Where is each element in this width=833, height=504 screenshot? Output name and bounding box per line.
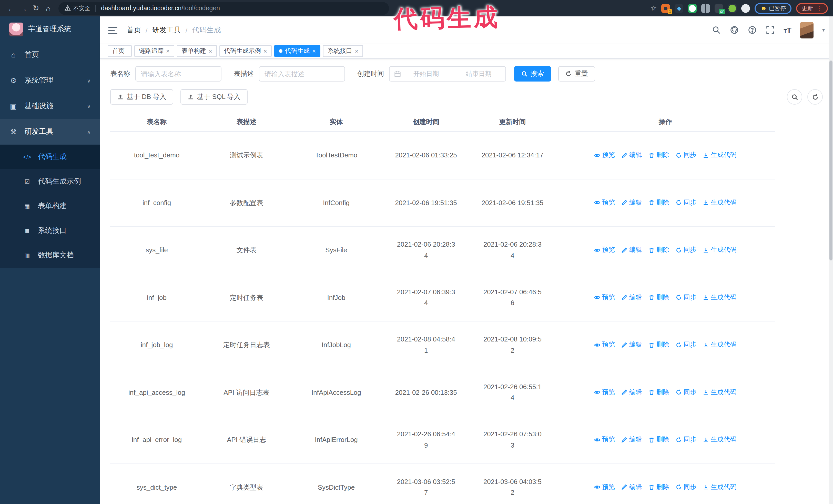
breadcrumb-item[interactable]: 代码生成 [192,25,221,34]
sync-link[interactable]: 同步 [676,292,696,303]
breadcrumb-item[interactable]: 首页 [127,25,141,34]
preview-link[interactable]: 预览 [594,197,615,208]
refresh-table-button[interactable] [807,89,823,104]
sync-link[interactable]: 同步 [676,482,696,493]
table-desc-input[interactable] [259,66,345,81]
sync-link[interactable]: 同步 [676,434,696,445]
delete-link[interactable]: 删除 [649,340,669,350]
tab-close-icon[interactable]: × [209,47,212,55]
generate-code-link[interactable]: 生成代码 [703,387,736,398]
search-button[interactable]: 搜索 [514,66,551,81]
delete-link[interactable]: 删除 [649,150,669,161]
user-caret-down-icon[interactable]: ▾ [822,27,825,33]
browser-update-pill[interactable]: 更新 ⋮ [796,3,828,14]
tab-close-icon[interactable]: × [263,47,267,55]
browser-menu-dots-icon[interactable]: ⋮ [816,5,822,12]
extension-icon-puzzle[interactable] [741,4,750,13]
sidebar-item[interactable]: ▣ 基础设施 ∨ [0,93,100,119]
tab-close-icon[interactable]: × [355,47,358,55]
sidebar-item[interactable]: ⌂ 首页 [0,42,100,68]
table-name-input[interactable] [135,66,221,81]
user-avatar[interactable] [800,22,813,38]
tab-close-icon[interactable]: × [166,47,170,55]
browser-back-icon[interactable]: ← [5,4,18,13]
preview-link[interactable]: 预览 [594,434,615,445]
generate-code-link[interactable]: 生成代码 [703,150,736,161]
bookmark-star-icon[interactable]: ☆ [650,4,657,12]
browser-forward-icon[interactable]: → [18,4,30,13]
db-import-button[interactable]: 基于 DB 导入 [110,89,173,104]
tab-close-icon[interactable]: × [312,47,316,55]
sidebar-subitem[interactable]: ▦ 表单构建 [0,194,100,218]
sidebar-item[interactable]: ⚙ 系统管理 ∨ [0,68,100,93]
reset-button[interactable]: 重置 [558,66,595,81]
preview-link[interactable]: 预览 [594,150,615,161]
sync-link[interactable]: 同步 [676,340,696,350]
sync-link[interactable]: 同步 [676,150,696,161]
view-tab[interactable]: 表单构建 × [177,45,217,57]
extension-icon-monkey[interactable] [728,4,737,13]
delete-link[interactable]: 删除 [649,434,669,445]
sidebar-subitem[interactable]: ☑ 代码生成示例 [0,169,100,194]
delete-link[interactable]: 删除 [649,387,669,398]
end-date-placeholder[interactable]: 结束日期 [456,70,501,78]
breadcrumb-item[interactable]: 研发工具 [152,25,181,34]
edit-link[interactable]: 编辑 [622,150,642,161]
generate-code-link[interactable]: 生成代码 [703,245,736,255]
delete-link[interactable]: 删除 [649,292,669,303]
sync-link[interactable]: 同步 [676,387,696,398]
extension-icon-columns[interactable] [701,4,710,13]
extension-icon-gem[interactable]: ◆ [675,4,684,13]
sidebar-subitem[interactable]: ▥ 数据库文档 [0,243,100,268]
profile-paused-pill[interactable]: ☻ 已暂停 [755,3,791,14]
extension-icon-green-check[interactable] [688,4,697,13]
help-icon[interactable] [748,25,757,34]
edit-link[interactable]: 编辑 [622,292,642,303]
view-tab[interactable]: 代码生成 × [274,45,320,57]
edit-link[interactable]: 编辑 [622,482,642,493]
delete-link[interactable]: 删除 [649,197,669,208]
sidebar-toggle-icon[interactable] [108,26,117,33]
font-size-icon[interactable]: TT [784,26,791,34]
scrollbar-thumb[interactable] [829,61,832,261]
preview-link[interactable]: 预览 [594,245,615,255]
edit-link[interactable]: 编辑 [622,340,642,350]
delete-link[interactable]: 删除 [649,245,669,255]
generate-code-link[interactable]: 生成代码 [703,434,736,445]
sidebar-subitem[interactable]: </> 代码生成 [0,145,100,169]
date-range-picker[interactable]: 开始日期 - 结束日期 [389,66,506,81]
generate-code-link[interactable]: 生成代码 [703,292,736,303]
sidebar-item[interactable]: ⚒ 研发工具 ∧ [0,119,100,145]
search-icon[interactable] [712,25,721,34]
generate-code-link[interactable]: 生成代码 [703,340,736,350]
extension-icon-dark[interactable]: on [715,4,723,13]
extension-icon-orange[interactable]: 1 [662,4,670,13]
preview-link[interactable]: 预览 [594,340,615,350]
start-date-placeholder[interactable]: 开始日期 [404,70,448,78]
address-bar[interactable]: 不安全 dashboard.yudao.iocoder.cn/tool/code… [58,2,389,15]
edit-link[interactable]: 编辑 [622,387,642,398]
edit-link[interactable]: 编辑 [622,434,642,445]
edit-link[interactable]: 编辑 [622,245,642,255]
toggle-search-button[interactable] [787,89,802,104]
preview-link[interactable]: 预览 [594,387,615,398]
sync-link[interactable]: 同步 [676,245,696,255]
fullscreen-icon[interactable] [766,25,775,34]
view-tab[interactable]: 系统接口 × [323,45,363,57]
view-tab[interactable]: 代码生成示例 × [219,45,272,57]
preview-link[interactable]: 预览 [594,292,615,303]
browser-home-icon[interactable]: ⌂ [42,4,54,13]
security-warning[interactable]: 不安全 [65,4,90,12]
delete-link[interactable]: 删除 [649,482,669,493]
edit-link[interactable]: 编辑 [622,197,642,208]
github-icon[interactable] [730,25,739,34]
generate-code-link[interactable]: 生成代码 [703,482,736,493]
sync-link[interactable]: 同步 [676,197,696,208]
browser-reload-icon[interactable]: ↻ [30,4,42,13]
sql-import-button[interactable]: 基于 SQL 导入 [181,89,248,104]
sidebar-subitem[interactable]: ≣ 系统接口 [0,218,100,243]
view-tab[interactable]: 链路追踪 × [134,45,174,57]
preview-link[interactable]: 预览 [594,482,615,493]
generate-code-link[interactable]: 生成代码 [703,197,736,208]
view-tab[interactable]: 首页 [108,45,132,57]
